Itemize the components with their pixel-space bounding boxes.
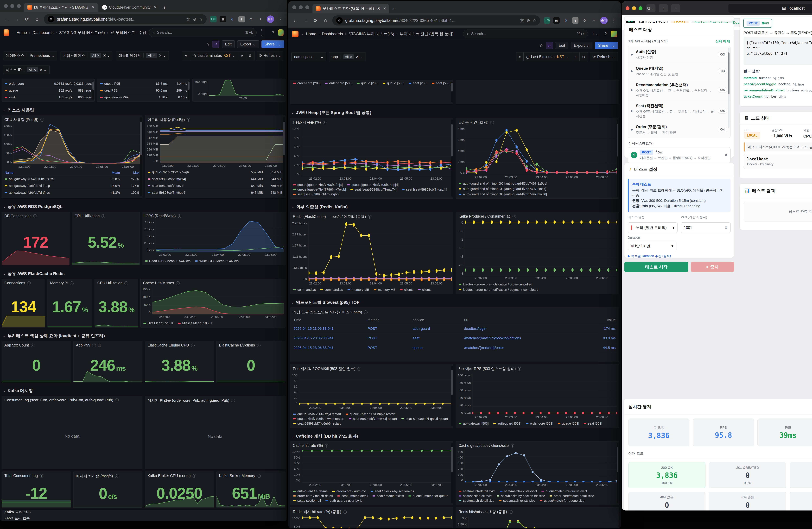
panel-info-icon[interactable]: i	[512, 215, 516, 218]
window-controls[interactable]	[291, 1, 311, 13]
section-header[interactable]: ⌄Caffeine 캐시 (DB hit 감소 효과)	[290, 430, 619, 441]
legend-item[interactable]: order-core [503]	[526, 422, 553, 425]
legend-row[interactable]: order-core0.0333 req/s0.0333 req/s	[4, 80, 92, 87]
panel-info-icon[interactable]: i	[257, 343, 261, 347]
legend-item[interactable]: loadtest-order-core-notification / payme…	[459, 288, 616, 292]
panel-info-icon[interactable]: i	[323, 121, 327, 124]
panel-info-icon[interactable]: i	[115, 398, 119, 402]
legend-row[interactable]: api-gateway-fc9bfdb7d-tfncc41.3%199%	[4, 189, 140, 196]
edit-button[interactable]: Edit	[555, 42, 568, 49]
legend-item[interactable]: queue [queue-7b4f7796f4-hbpjd]	[347, 183, 398, 187]
close-tab-icon[interactable]: ✕	[154, 5, 157, 10]
legend-item[interactable]: seat / match-detail	[337, 494, 368, 498]
stop-test-button[interactable]: ■중지	[691, 262, 734, 272]
legend-item[interactable]: queue-7b4f7796f4-k7wqb restart	[293, 417, 344, 421]
time-back-icon[interactable]: «	[182, 51, 190, 60]
variable-app[interactable]: appAll ✕✕ ⌄	[329, 52, 366, 61]
scrollbar[interactable]	[451, 119, 453, 197]
table-row[interactable]: 2026-04-15 23:06:33.941POSTqueue/matches…	[293, 343, 616, 353]
variable-애플리케이션[interactable]: 애플리케이션All ✕✕ ⌄	[116, 51, 169, 60]
test-type-select[interactable]: ▍부하 (일반 트래픽)▾	[628, 222, 678, 233]
profile-avatar[interactable]: 슬기	[600, 17, 608, 24]
edit-button[interactable]: Edit	[222, 41, 235, 48]
panel-info-icon[interactable]: i	[31, 343, 34, 347]
duration-select[interactable]: VU당 1회만▾	[628, 241, 677, 251]
extension-qr-icon[interactable]: ▦	[220, 16, 226, 23]
browser-tab[interactable]: CBCloudBeaver Community✕	[99, 3, 160, 12]
scrollbar[interactable]	[451, 443, 453, 503]
legend-item[interactable]: auth-guard / user-by-id	[325, 499, 362, 502]
breadcrumb[interactable]: Home›Dashboards›STAGING 부하 테스트(k6)›k6 부하…	[16, 30, 146, 35]
section-header[interactable]: ⌄공유 AWS RDS PostgreSQL	[2, 201, 286, 212]
start-test-button[interactable]: 테스트 시작	[624, 262, 688, 272]
selected-api-flow[interactable]: 1POST flow매치옵션 → 큐진입 → 폴링(READY) → 좌석진입✕	[628, 147, 731, 163]
back-icon[interactable]: ‹	[659, 4, 668, 12]
legend-item[interactable]: seat / match-exists	[373, 494, 404, 498]
legend-item[interactable]: seat / section-all	[293, 499, 321, 502]
panel-info-icon[interactable]: i	[358, 367, 361, 371]
window-controls[interactable]	[3, 0, 23, 12]
legend-item[interactable]: queue-7b4f7796f4-fthj4 restart	[293, 412, 341, 416]
legend-item[interactable]: memory MB	[348, 288, 369, 292]
legend-item[interactable]: auth-guard end of minor GC [auth-guard-f…	[459, 182, 616, 186]
legend-item[interactable]: seat [seat-59898cbf7f-mw74j]	[350, 188, 397, 191]
legend-item[interactable]: order-core [200]	[293, 82, 320, 85]
favorite-star-icon[interactable]: ☆	[206, 42, 210, 47]
address-bar[interactable]: ▤localhost⟳	[728, 4, 812, 13]
panel-info-icon[interactable]: i	[193, 474, 196, 478]
section-header[interactable]: ⌄리소스 사용량	[2, 104, 286, 115]
close-tab-icon[interactable]: ✕	[383, 6, 386, 11]
legend-row[interactable]: queue-7b4f7796f4-k7wqb552 MiB554 MiB	[147, 169, 283, 176]
breadcrumb-item[interactable]: k6 부하테스트 - 수신	[111, 30, 146, 35]
api-group-Order (주문/결제)[interactable]: ▶Order (주문/결제)주문서 → 결제 → 잔여 확인0/4	[628, 121, 730, 138]
variable-네임스페이스[interactable]: 네임스페이스All ✕✕ ⌄	[60, 51, 113, 60]
zoom-out-icon[interactable]: ⊖	[527, 18, 530, 23]
legend-item[interactable]: Write IOPS Mean: 2.44 io/s	[195, 259, 238, 263]
legend-row[interactable]: seat-59898cbf7f-v6qb6647 MiB648 MiB	[147, 189, 283, 196]
extension-chart-icon[interactable]: ▮	[572, 17, 579, 24]
variable-데이터소스[interactable]: 데이터소스Prometheus⌄	[3, 51, 57, 60]
menu-dots-icon[interactable]: ⋮	[277, 17, 284, 22]
panel-info-icon[interactable]: i	[368, 215, 372, 219]
section-header[interactable]: ⌄JVM / Heap (모든 Spring Boot 앱 공통)	[290, 106, 619, 118]
help-icon[interactable]: ?	[603, 31, 608, 36]
legend-row[interactable]: seat-59898cbf7f-mw74j641 MiB643 MiB	[147, 176, 283, 182]
legend-item[interactable]: seat [seat-59898cbf7f-qnz4l]	[402, 188, 447, 191]
search-input[interactable]: ⌕Search...⌘+k	[463, 30, 588, 38]
time-forward-icon[interactable]: »	[572, 52, 579, 61]
legend-item[interactable]: api-gateway [503]	[459, 422, 489, 425]
legend-item[interactable]: order-core / auth-me	[332, 489, 366, 493]
legend-item[interactable]: seat [503]	[432, 82, 450, 85]
panel-info-icon[interactable]: i	[231, 399, 235, 402]
legend-item[interactable]: seat-59898cbf7f-qnz4l restart	[402, 417, 448, 421]
scrollbar[interactable]	[617, 119, 619, 197]
breadcrumb-item[interactable]: STAGING 부하 테스트(k6)	[59, 30, 105, 35]
legend-item[interactable]: seat-59898cbf7f-mw74j restart	[349, 417, 397, 421]
duration-suggest-link[interactable]: ▶ 목적별 Duration 추천 (클릭)	[624, 251, 734, 261]
legend-row[interactable]: queue P9583.5 ms414 ms	[99, 80, 188, 87]
refresh-button[interactable]: ⟳Refresh⌄	[256, 51, 284, 60]
time-range-picker[interactable]: ◷Last 5 minutesKST⌄	[523, 52, 572, 61]
extensions-puzzle-icon[interactable]: ⬡	[248, 16, 254, 23]
variable-namespace[interactable]: namespace⌄	[291, 52, 326, 61]
panel-info-icon[interactable]: i	[33, 214, 37, 218]
home-icon[interactable]: ⌂	[322, 18, 329, 23]
reload-icon[interactable]: ⟳	[312, 18, 319, 23]
new-tab-button[interactable]: +	[161, 4, 168, 11]
site-settings-icon[interactable]: ⊜	[336, 17, 343, 24]
time-forward-icon[interactable]: »	[238, 51, 246, 60]
breadcrumb[interactable]: Home›Dashboards›STAGING 부하 테스트(k6)›부하테스트…	[306, 31, 453, 36]
extension-meet-icon[interactable]: 1.00	[210, 16, 217, 23]
zoom-out-icon[interactable]: ⊖	[246, 51, 255, 60]
panel-info-icon[interactable]: i	[257, 474, 261, 478]
back-icon[interactable]: ←	[3, 17, 10, 22]
breadcrumb-item[interactable]: Dashboards	[32, 30, 54, 35]
api-group-Seat (직접선택)[interactable]: ▶Seat (직접선택)추천 OFF: 매치옵션 → 큐 → 포도알 → 섹션블…	[628, 100, 730, 121]
extension-brackets-icon[interactable]: ⟨⟩	[229, 16, 235, 23]
refresh-button[interactable]: ⟳Refresh⌄	[590, 52, 618, 61]
legend-item[interactable]: seat [503]	[584, 422, 602, 425]
close-tab-icon[interactable]: ✕	[91, 5, 95, 10]
extension-chart-icon[interactable]: ▮	[238, 16, 245, 23]
breadcrumb-item[interactable]: Dashboards	[322, 32, 343, 36]
grafana-logo[interactable]	[3, 29, 9, 36]
